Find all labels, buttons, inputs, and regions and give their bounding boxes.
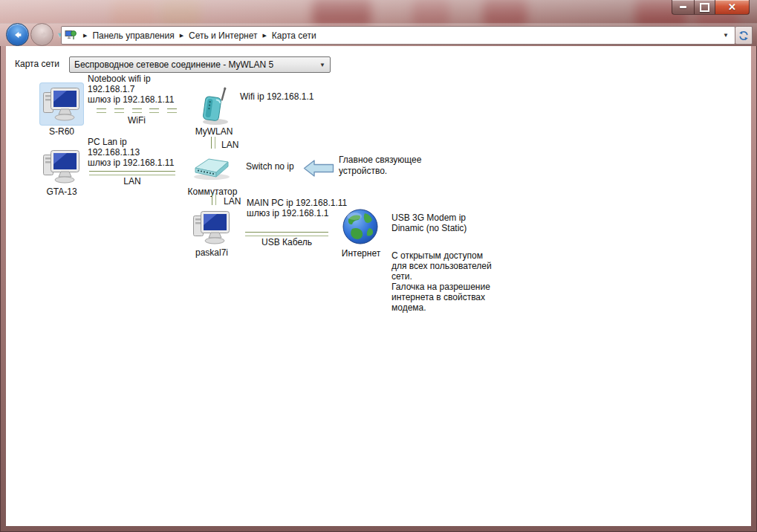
device-note: MAIN PC ip 192.168.1.11 шлюз ip 192.168.…	[247, 198, 347, 218]
breadcrumb-separator: ▶	[262, 33, 266, 39]
map-type-label: Карта сети	[15, 59, 59, 69]
minimize-icon	[680, 6, 686, 8]
internet-description: С открытым доступом для всех пользовател…	[392, 250, 492, 313]
device-s-r60[interactable]	[40, 83, 83, 125]
device-note: Wifi ip 192.168.1.1	[240, 91, 313, 102]
maximize-icon	[700, 3, 709, 12]
breadcrumb-separator: ▶	[180, 33, 183, 39]
lan-link-label: LAN	[221, 140, 238, 150]
wifi-link	[97, 108, 177, 113]
device-label: GTA-13	[36, 186, 88, 197]
device-label: MyWLAN	[188, 126, 240, 137]
device-internet[interactable]	[342, 208, 379, 245]
annotation-arrow-icon	[303, 158, 334, 181]
switch-icon	[189, 155, 234, 181]
network-map-canvas: Карта сети Беспроводное сетевое соединен…	[6, 46, 751, 526]
refresh-button[interactable]	[735, 26, 753, 45]
device-note: Notebook wifi ip 192.168.1.7 шлюз ip 192…	[88, 74, 174, 105]
close-icon: ✕	[728, 1, 736, 13]
window-controls: ✕	[672, 0, 750, 15]
globe-icon	[342, 208, 379, 245]
address-dropdown-arrow[interactable]: ▼	[723, 32, 729, 39]
address-bar[interactable]: ▶ Панель управления ▶ Сеть и Интернет ▶ …	[61, 26, 735, 45]
lan-link-label: LAN	[89, 176, 175, 186]
device-kommutator[interactable]	[189, 155, 235, 181]
computer-icon	[42, 87, 81, 121]
breadcrumb-item-network-internet[interactable]: Сеть и Интернет	[187, 29, 259, 42]
breadcrumb-item-network-map[interactable]: Карта сети	[270, 29, 318, 42]
breadcrumb-item-control-panel[interactable]: Панель управления	[91, 29, 175, 42]
back-button[interactable]	[6, 23, 29, 46]
wifi-link-label: WiFi	[97, 115, 177, 126]
network-map-icon	[65, 30, 77, 41]
lan-link	[211, 137, 215, 149]
maximize-button[interactable]	[695, 0, 715, 15]
device-label: paskal7i	[186, 247, 238, 258]
usb-link-label: USB Кабель	[245, 237, 328, 247]
device-paskal7i[interactable]	[190, 209, 233, 246]
network-selector-dropdown[interactable]: Беспроводное сетевое соединение - MyWLAN…	[69, 56, 331, 73]
back-arrow-icon	[12, 29, 24, 41]
device-note: PC Lan ip 192.168.1.13 шлюз ip 192.168.1…	[88, 137, 174, 168]
refresh-icon	[738, 30, 749, 41]
forward-button[interactable]	[30, 23, 53, 46]
chevron-down-icon: ▼	[319, 62, 325, 68]
titlebar-shine	[0, 0, 757, 22]
navigation: ▼	[6, 23, 63, 46]
close-button[interactable]: ✕	[715, 0, 750, 15]
router-icon	[193, 85, 235, 126]
computer-icon	[42, 149, 81, 184]
minimize-button[interactable]	[672, 0, 695, 15]
device-note: Switch no ip	[246, 161, 294, 172]
usb-link	[245, 232, 328, 236]
lan-link	[212, 193, 216, 205]
computer-icon	[192, 210, 231, 244]
lan-link-label: LAN	[224, 196, 241, 207]
forward-arrow-icon	[36, 29, 48, 41]
network-map-window: ✕ ▼ ▶ Панель управления ▶	[0, 0, 757, 532]
annotation-text: Главное связующее устройство.	[339, 155, 421, 177]
device-note: USB 3G Modem ip Dinamic (no Static)	[392, 213, 467, 233]
device-gta-13[interactable]	[40, 147, 83, 186]
device-label: Интернет	[334, 248, 388, 259]
device-label: S-R60	[36, 126, 88, 137]
breadcrumb-separator: ▶	[83, 33, 87, 39]
lan-link	[89, 171, 175, 175]
network-selector-value: Беспроводное сетевое соединение - MyWLAN…	[74, 59, 273, 70]
device-mywlan[interactable]	[192, 85, 236, 126]
